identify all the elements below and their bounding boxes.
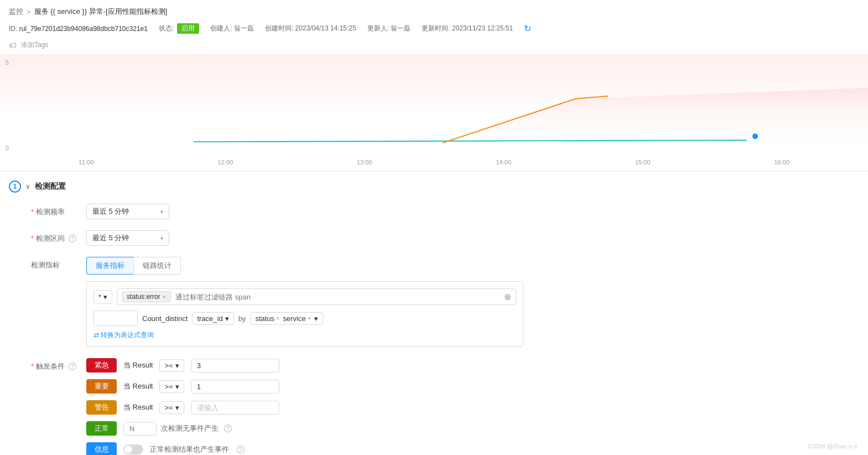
interval-row: * 检测区间 ? 最近 5 分钟 ▾ — [9, 230, 859, 246]
severity-critical[interactable]: 紧急 — [86, 358, 117, 373]
meta-row: ID: rul_79e7201d23b94086a98dbcb710c321e1… — [0, 21, 868, 38]
toggle-knob — [124, 446, 132, 453]
cond-text-warning: 当 Result — [123, 402, 153, 412]
interval-label: * 检测区间 ? — [31, 230, 86, 244]
group-status-close[interactable]: × — [276, 315, 279, 322]
severity-info[interactable]: 信息 — [86, 442, 117, 455]
normal-help-icon[interactable]: ? — [224, 425, 232, 432]
section-number: 1 — [9, 180, 21, 193]
chevron-down-icon-8: ▾ — [175, 404, 179, 412]
status-error-tag: status:error × — [122, 291, 171, 302]
agg-space — [93, 311, 138, 326]
span-filter-input[interactable] — [175, 293, 500, 301]
metric-tabs: 服务指标 链路统计 — [86, 257, 859, 275]
section-toggle[interactable]: ∨ — [25, 183, 30, 190]
query-agg-row: Count_distinct trace_id ▾ by status × se… — [93, 311, 516, 326]
trigger-warning-row: 警告 当 Result >= ▾ — [86, 400, 859, 415]
tags-row: 🏷 添加Tags — [0, 38, 868, 54]
breadcrumb-parent[interactable]: 监控 — [9, 7, 23, 17]
clear-icon[interactable]: ⊗ — [504, 292, 511, 302]
section-header: 1 ∨ 检测配置 — [9, 180, 859, 193]
filter-input-area: status:error × ⊗ — [117, 288, 516, 305]
interval-help-icon[interactable]: ? — [69, 235, 76, 242]
normal-row: 次检测无事件产生 ? — [123, 422, 232, 436]
trigger-info-row: 信息 正常检测结果也产生事件 ? — [86, 442, 859, 455]
query-scope-select[interactable]: * ▾ — [93, 290, 112, 304]
chevron-down-icon: ▾ — [160, 209, 163, 215]
svg-marker-0 — [443, 88, 868, 154]
freq-label: * 检测频率 — [31, 204, 86, 217]
normal-label: 次检测无事件产生 — [161, 423, 219, 433]
meta-id: ID: rul_79e7201d23b94086a98dbcb710c321e1 — [9, 25, 148, 33]
meta-creator: 创建人: 翁一磊 — [210, 24, 254, 33]
chart-x-label-1: 11:00 — [79, 159, 94, 166]
meta-updated-time: 更新时间: 2023/11/23 12:25:51 — [422, 24, 513, 33]
breadcrumb: 监控 > 服务 {{ service }} 异常-[应用性能指标检测] — [0, 0, 868, 21]
query-filter-row: * ▾ status:error × ⊗ — [93, 288, 516, 305]
tag-close-icon[interactable]: × — [163, 293, 166, 300]
cond-value-warning[interactable] — [191, 401, 279, 415]
trigger-content: 紧急 当 Result >= ▾ 重要 当 Result >= ▾ — [86, 358, 859, 455]
freq-row: * 检测频率 最近 5 分钟 ▾ — [9, 204, 859, 219]
group-by-box[interactable]: status × service × ▾ — [250, 312, 323, 325]
agg-func: Count_distinct — [142, 314, 188, 323]
freq-select[interactable]: 最近 5 分钟 ▾ — [86, 204, 169, 219]
meta-status: 状态: 启用 — [159, 23, 199, 34]
freq-content: 最近 5 分钟 ▾ — [86, 204, 859, 219]
trigger-normal-row: 正常 次检测无事件产生 ? — [86, 421, 859, 436]
interval-select[interactable]: 最近 5 分钟 ▾ — [86, 230, 169, 246]
meta-created-time: 创建时间: 2023/04/13 14:15:25 — [265, 24, 356, 33]
info-help-icon[interactable]: ? — [237, 446, 245, 453]
svg-point-2 — [752, 133, 758, 139]
section-title: 检测配置 — [35, 182, 66, 192]
query-box: * ▾ status:error × ⊗ Count_d — [86, 281, 523, 347]
chevron-down-icon-2: ▾ — [160, 235, 163, 241]
severity-warning[interactable]: 警告 — [86, 400, 117, 415]
metric-row: 检测指标 服务指标 链路统计 * ▾ status:error — [9, 257, 859, 347]
detection-config-section: 1 ∨ 检测配置 * 检测频率 最近 5 分钟 ▾ * 检测区间 ? 最近 5 … — [0, 172, 868, 455]
metric-label: 检测指标 — [31, 257, 86, 270]
trigger-major-row: 重要 当 Result >= ▾ — [86, 379, 859, 394]
chart-x-label-6: 16:00 — [774, 159, 789, 166]
chart-area: 5 0 11:00 12:00 13:00 14:00 15:00 16:00 — [0, 55, 868, 171]
tab-link-stats[interactable]: 链路统计 — [133, 257, 181, 275]
meta-updater: 更新人: 翁一磊 — [367, 24, 411, 33]
normal-count-input[interactable] — [123, 422, 157, 436]
chart-svg — [0, 55, 868, 154]
cond-text-major: 当 Result — [123, 381, 153, 391]
by-label: by — [238, 314, 246, 323]
chevron-down-icon-6: ▾ — [175, 361, 179, 370]
expr-link[interactable]: ⇄ 转换为表达式查询 — [93, 330, 154, 340]
cond-op-critical[interactable]: >= ▾ — [159, 359, 184, 372]
tag-icon: 🏷 — [9, 41, 17, 50]
breadcrumb-current: 服务 {{ service }} 异常-[应用性能指标检测] — [34, 7, 168, 17]
chart-x-label-2: 12:00 — [217, 159, 233, 166]
chart-x-label-5: 15:00 — [635, 159, 651, 166]
info-toggle-label: 正常检测结果也产生事件 — [150, 444, 229, 454]
cond-value-major[interactable] — [191, 380, 279, 394]
group-service-close[interactable]: × — [308, 315, 311, 322]
add-tags-button[interactable]: 添加Tags — [21, 40, 48, 50]
cond-op-warning[interactable]: >= ▾ — [159, 401, 184, 414]
tab-service-metric[interactable]: 服务指标 — [86, 257, 133, 275]
chart-x-label-3: 13:00 — [357, 159, 372, 166]
agg-field-select[interactable]: trace_id ▾ — [192, 312, 233, 325]
watermark: CSDN @Zhao o o — [808, 443, 857, 449]
metric-content: 服务指标 链路统计 * ▾ status:error × — [86, 257, 859, 347]
cond-text-critical: 当 Result — [123, 360, 153, 370]
severity-normal[interactable]: 正常 — [86, 421, 117, 436]
chevron-down-icon-5: ▾ — [314, 314, 318, 323]
chevron-down-icon-4: ▾ — [225, 314, 229, 323]
cond-op-major[interactable]: >= ▾ — [159, 380, 184, 393]
chevron-down-icon-7: ▾ — [175, 382, 179, 391]
refresh-icon[interactable]: ↻ — [524, 23, 531, 34]
trigger-help-icon[interactable]: ? — [69, 363, 76, 370]
group-status-tag: status × — [255, 314, 279, 323]
severity-major[interactable]: 重要 — [86, 379, 117, 394]
cond-value-critical[interactable] — [191, 359, 279, 373]
breadcrumb-separator: > — [27, 8, 31, 16]
chart-x-axis: 11:00 12:00 13:00 14:00 15:00 16:00 — [0, 154, 868, 170]
info-toggle[interactable] — [123, 444, 143, 454]
trigger-critical-row: 紧急 当 Result >= ▾ — [86, 358, 859, 373]
trigger-row-container: * 触发条件 ? 紧急 当 Result >= ▾ 重要 当 Result >= — [9, 358, 859, 455]
